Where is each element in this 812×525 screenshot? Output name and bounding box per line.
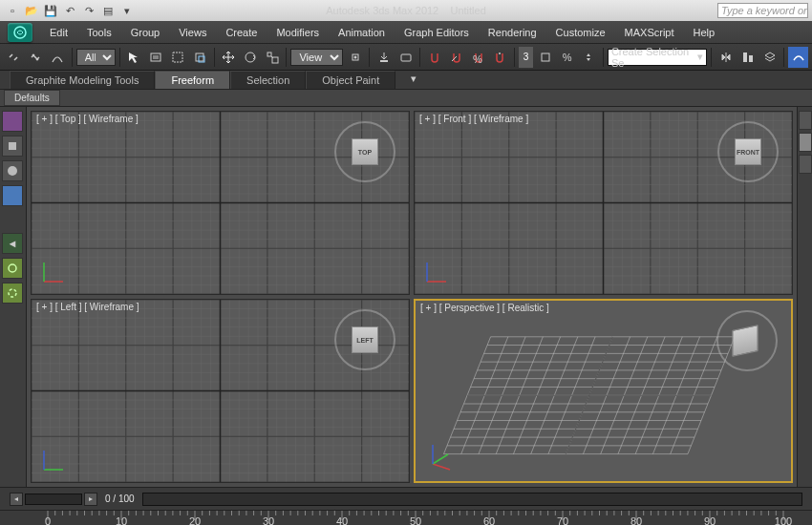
primitive-box-icon[interactable] bbox=[2, 136, 23, 157]
window-crossing-icon[interactable] bbox=[190, 47, 210, 68]
viewport-left[interactable]: [ + ] [ Left ] [ Wireframe ] LEFT bbox=[31, 299, 410, 483]
time-ruler[interactable]: 0102030405060708090100 bbox=[0, 510, 812, 525]
viewport-front[interactable]: [ + ] [ Front ] [ Wireframe ] FRONT bbox=[414, 111, 793, 295]
spinner-snap-icon[interactable] bbox=[490, 47, 510, 68]
axis-constraint-badge[interactable]: 3 bbox=[519, 47, 533, 68]
primitive-sphere-icon[interactable] bbox=[2, 160, 23, 181]
panel-modify-icon[interactable] bbox=[799, 133, 812, 152]
viewcube[interactable]: TOP bbox=[344, 131, 386, 173]
menu-edit[interactable]: Edit bbox=[40, 23, 77, 42]
menu-help[interactable]: Help bbox=[684, 23, 725, 42]
menu-create[interactable]: Create bbox=[216, 23, 267, 42]
svg-rect-1 bbox=[151, 53, 160, 61]
menu-tools[interactable]: Tools bbox=[77, 23, 121, 42]
save-file-icon[interactable]: 💾 bbox=[42, 3, 59, 18]
svg-rect-6 bbox=[267, 52, 271, 56]
svg-line-251 bbox=[433, 464, 450, 470]
manipulate-icon[interactable] bbox=[374, 47, 394, 68]
select-move-icon[interactable] bbox=[219, 47, 239, 68]
viewport-top[interactable]: [ + ] [ Top ] [ Wireframe ] TOP bbox=[31, 111, 410, 295]
mirror-icon[interactable] bbox=[716, 47, 736, 68]
brush-tool-icon[interactable] bbox=[2, 111, 23, 132]
redo-icon[interactable]: ↷ bbox=[80, 3, 97, 18]
viewport-grid: [ + ] [ Top ] [ Wireframe ] TOP [ + ] [ … bbox=[27, 107, 797, 487]
open-file-icon[interactable]: 📂 bbox=[23, 3, 40, 18]
document-name: Untitled bbox=[450, 5, 485, 16]
svg-rect-10 bbox=[380, 60, 388, 62]
shape-tool-icon[interactable] bbox=[2, 185, 23, 206]
svg-text:20: 20 bbox=[189, 515, 201, 525]
help-search-input[interactable]: Type a keyword or p bbox=[717, 3, 808, 18]
viewport-perspective[interactable]: [ + ] [ Perspective ] [ Realistic ] bbox=[414, 299, 793, 483]
selection-filter-dropdown[interactable]: All bbox=[76, 49, 116, 66]
tab-graphite-modeling[interactable]: Graphite Modeling Tools bbox=[10, 71, 155, 89]
ref-coord-dropdown[interactable]: View bbox=[290, 49, 343, 66]
select-rotate-icon[interactable] bbox=[241, 47, 261, 68]
link-icon[interactable] bbox=[4, 47, 24, 68]
select-by-name-icon[interactable] bbox=[146, 47, 166, 68]
nav-tool-1-icon[interactable]: ◄ bbox=[2, 233, 23, 254]
viewcube[interactable]: LEFT bbox=[344, 319, 386, 361]
curve-editor-icon[interactable] bbox=[788, 47, 808, 68]
named-selection-dropdown[interactable]: Create Selection Se▾ bbox=[608, 49, 708, 66]
viewport-label[interactable]: [ + ] [ Front ] [ Wireframe ] bbox=[419, 114, 528, 124]
unlink-icon[interactable] bbox=[26, 47, 46, 68]
axis-tripod-icon bbox=[39, 446, 68, 474]
time-slider-track[interactable] bbox=[142, 493, 802, 506]
qat-dropdown-icon[interactable]: ▾ bbox=[118, 3, 136, 18]
time-scrollbar[interactable]: ◂ ▸ bbox=[10, 493, 97, 506]
keyboard-shortcut-icon[interactable] bbox=[395, 47, 416, 68]
edged-faces-icon[interactable] bbox=[535, 47, 555, 68]
viewport-label[interactable]: [ + ] [ Left ] [ Wireframe ] bbox=[36, 302, 139, 312]
snap-toggle-icon[interactable] bbox=[424, 47, 444, 68]
svg-text:10: 10 bbox=[116, 515, 127, 525]
nav-tool-2-icon[interactable] bbox=[2, 258, 23, 279]
tab-freeform[interactable]: Freeform bbox=[155, 71, 230, 89]
menu-graph-editors[interactable]: Graph Editors bbox=[395, 23, 479, 42]
align-icon[interactable] bbox=[737, 47, 758, 68]
undo-icon[interactable]: ↶ bbox=[61, 3, 78, 18]
bind-icon[interactable] bbox=[48, 47, 68, 68]
svg-text:60: 60 bbox=[483, 515, 495, 525]
percent-icon[interactable]: % bbox=[557, 47, 577, 68]
app-logo-icon[interactable] bbox=[8, 23, 32, 42]
percent-snap-icon[interactable]: % bbox=[468, 47, 488, 68]
panel-hierarchy-icon[interactable] bbox=[799, 155, 812, 174]
menu-customize[interactable]: Customize bbox=[546, 23, 615, 42]
menu-rendering[interactable]: Rendering bbox=[479, 23, 546, 42]
ribbon-expand-icon[interactable]: ▾ bbox=[403, 68, 424, 89]
svg-point-5 bbox=[246, 52, 255, 62]
viewport-label[interactable]: [ + ] [ Top ] [ Wireframe ] bbox=[36, 114, 139, 124]
layers-icon[interactable] bbox=[759, 47, 780, 68]
svg-rect-11 bbox=[401, 54, 411, 61]
menu-modifiers[interactable]: Modifiers bbox=[267, 23, 329, 42]
svg-rect-15 bbox=[743, 52, 747, 62]
svg-rect-14 bbox=[542, 53, 549, 61]
select-region-icon[interactable] bbox=[168, 47, 188, 68]
scroll-track[interactable] bbox=[25, 494, 82, 505]
menu-views[interactable]: Views bbox=[169, 23, 216, 42]
viewcube[interactable]: FRONT bbox=[727, 131, 769, 173]
pivot-center-icon[interactable] bbox=[345, 47, 365, 68]
viewport-label[interactable]: [ + ] [ Perspective ] [ Realistic ] bbox=[420, 303, 549, 313]
menu-animation[interactable]: Animation bbox=[329, 23, 395, 42]
svg-line-252 bbox=[433, 454, 448, 464]
select-scale-icon[interactable] bbox=[263, 47, 283, 68]
nav-tool-3-icon[interactable] bbox=[2, 283, 23, 304]
new-file-icon[interactable]: ▫ bbox=[4, 3, 21, 18]
tab-object-paint[interactable]: Object Paint bbox=[306, 71, 395, 89]
menu-maxscript[interactable]: MAXScript bbox=[615, 23, 684, 42]
axis-tripod-icon bbox=[39, 258, 68, 286]
scroll-right-icon[interactable]: ▸ bbox=[84, 493, 97, 506]
tab-selection[interactable]: Selection bbox=[230, 71, 306, 89]
viewcube[interactable] bbox=[726, 320, 768, 362]
defaults-panel-tab[interactable]: Defaults bbox=[4, 90, 60, 106]
panel-create-icon[interactable] bbox=[799, 111, 812, 130]
scroll-left-icon[interactable]: ◂ bbox=[10, 493, 23, 506]
frame-indicator: 0 / 100 bbox=[105, 494, 135, 504]
menu-group[interactable]: Group bbox=[121, 23, 170, 42]
select-object-icon[interactable] bbox=[124, 47, 144, 68]
project-icon[interactable]: ▤ bbox=[99, 3, 117, 18]
spinner-icon[interactable] bbox=[579, 47, 599, 68]
angle-snap-icon[interactable] bbox=[446, 47, 466, 68]
